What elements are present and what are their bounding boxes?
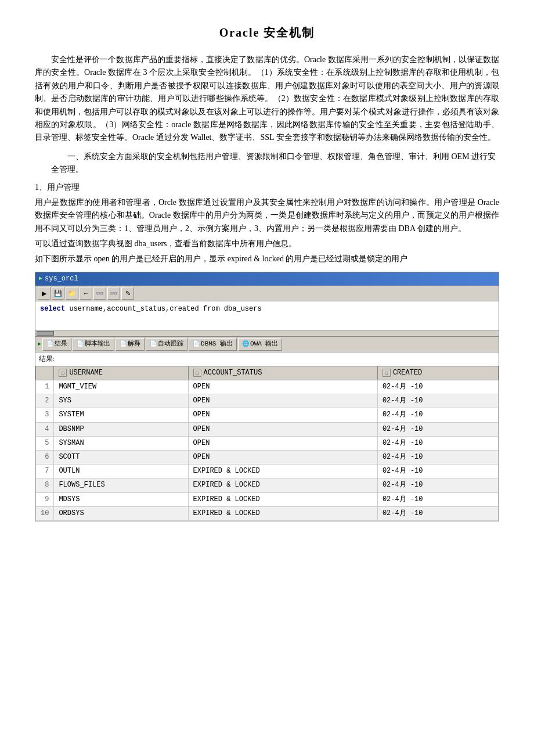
row-num: 1 — [36, 380, 54, 394]
row-username: ORDSYS — [54, 506, 188, 520]
row-status: EXPIRED & LOCKED — [188, 506, 377, 520]
tab-result-label: 结果 — [55, 339, 67, 350]
scroll-area — [35, 330, 499, 336]
result-label: 结果: — [35, 352, 499, 366]
row-num: 7 — [36, 465, 54, 478]
table-row: 7 OUTLN EXPIRED & LOCKED 02-4月 -10 — [36, 465, 499, 478]
tab-script-output[interactable]: 📄 脚本输出 — [73, 338, 114, 351]
tab-autotrace-label: 自动跟踪 — [158, 339, 183, 350]
row-num: 3 — [36, 408, 54, 422]
row-created: 02-4月 -10 — [377, 394, 498, 408]
explain-tab-icon: 📄 — [120, 340, 127, 349]
script-tab-icon: 📄 — [77, 340, 84, 349]
table-row: 8 FLOWS_FILES EXPIRED & LOCKED 02-4月 -10 — [36, 478, 499, 492]
row-num: 6 — [36, 450, 54, 464]
row-username: FLOWS_FILES — [54, 478, 188, 492]
table-row: 5 SYSMAN OPEN 02-4月 -10 — [36, 436, 499, 450]
sql-keyword: select username,account_status,created f… — [40, 305, 262, 313]
run-icon: ▶ — [38, 340, 41, 349]
sql-titlebar-arrow-icon: ▶ — [39, 274, 42, 283]
table-row: 10 ORDSYS EXPIRED & LOCKED 02-4月 -10 — [36, 506, 499, 520]
username-header-label: USERNAME — [69, 368, 103, 379]
sql-rest: username,account_status,created from dba… — [65, 305, 261, 313]
page-title: Oracle 安全机制 — [35, 23, 499, 42]
table-row: 4 DBSNMP OPEN 02-4月 -10 — [36, 422, 499, 436]
table-row: 2 SYS OPEN 02-4月 -10 — [36, 394, 499, 408]
scroll-thumb[interactable] — [37, 331, 54, 336]
row-created: 02-4月 -10 — [377, 422, 498, 436]
tab-explain-label: 解释 — [128, 339, 140, 350]
table-row: 6 SCOTT OPEN 02-4月 -10 — [36, 450, 499, 464]
db-button[interactable]: 👓 — [93, 287, 106, 300]
row-num: 2 — [36, 394, 54, 408]
run-button[interactable]: ▶ — [38, 287, 50, 300]
row-status: OPEN — [188, 450, 377, 464]
table-row: 9 MDSYS EXPIRED & LOCKED 02-4月 -10 — [36, 492, 499, 506]
pencil-button[interactable]: ✎ — [121, 287, 134, 300]
list-item-security: 一、系统安全方面采取的安全机制包括用户管理、资源限制和口令管理、权限管理、角色管… — [51, 150, 499, 177]
row-num: 8 — [36, 478, 54, 492]
tab-explain[interactable]: 📄 解释 — [116, 338, 145, 351]
select-keyword: select — [40, 305, 65, 313]
table-row: 1 MGMT_VIEW OPEN 02-4月 -10 — [36, 380, 499, 394]
row-created: 02-4月 -10 — [377, 506, 498, 520]
section1-p2: 可以通过查询数据字典视图 dba_users，查看当前数据库中所有用户信息。 — [35, 237, 499, 250]
owa-tab-icon: 🌐 — [242, 340, 249, 349]
row-status: OPEN — [188, 380, 377, 394]
section1-p3: 如下图所示显示 open 的用户是已经开启的用户，显示 expired & lo… — [35, 253, 499, 265]
back-button[interactable]: ← — [80, 287, 92, 300]
sql-titlebar: ▶ sys_orcl — [35, 272, 499, 286]
col-username-header: ☐ USERNAME — [54, 366, 188, 380]
row-created: 02-4月 -10 — [377, 478, 498, 492]
sql-toolbar: ▶ 💾 📁 ← 👓 👓 ✎ — [35, 286, 499, 301]
dbms-tab-icon: 📄 — [193, 340, 200, 349]
created-header-label: CREATED — [393, 368, 422, 379]
row-username: MDSYS — [54, 492, 188, 506]
tab-result[interactable]: 📄 结果 — [42, 338, 71, 351]
result-tab-icon: 📄 — [46, 340, 53, 349]
row-status: OPEN — [188, 436, 377, 450]
col-num-header — [36, 366, 54, 380]
row-created: 02-4月 -10 — [377, 465, 498, 478]
save-button[interactable]: 💾 — [52, 287, 64, 300]
tab-owa-label: OWA 输出 — [250, 339, 278, 350]
row-status: OPEN — [188, 394, 377, 408]
status-header-label: ACCOUNT_STATUS — [204, 368, 262, 379]
row-status: OPEN — [188, 422, 377, 436]
row-username: SYSMAN — [54, 436, 188, 450]
open-button[interactable]: 📁 — [66, 287, 78, 300]
row-status: EXPIRED & LOCKED — [188, 478, 377, 492]
intro-paragraph: 安全性是评价一个数据库产品的重要指标，直接决定了数据库的优劣。Oracle 数据… — [35, 53, 499, 145]
row-created: 02-4月 -10 — [377, 492, 498, 506]
col-status-header: ☐ ACCOUNT_STATUS — [188, 366, 377, 380]
row-num: 9 — [36, 492, 54, 506]
status-col-icon: ☐ — [193, 369, 201, 377]
table-row: 3 SYSTEM OPEN 02-4月 -10 — [36, 408, 499, 422]
section1-heading: 1、用户管理 — [35, 181, 499, 194]
row-status: EXPIRED & LOCKED — [188, 492, 377, 506]
row-username: SYS — [54, 394, 188, 408]
row-num: 10 — [36, 506, 54, 520]
row-num: 4 — [36, 422, 54, 436]
result-table: ☐ USERNAME ☐ ACCOUNT_STATUS ☐ CREATED — [35, 366, 499, 521]
row-status: OPEN — [188, 408, 377, 422]
row-status: EXPIRED & LOCKED — [188, 465, 377, 478]
row-username: SCOTT — [54, 450, 188, 464]
row-username: SYSTEM — [54, 408, 188, 422]
row-created: 02-4月 -10 — [377, 380, 498, 394]
tab-autotrace[interactable]: 📄 自动跟踪 — [146, 338, 187, 351]
tab-dbms-label: DBMS 输出 — [201, 339, 233, 350]
tab-dbms[interactable]: 📄 DBMS 输出 — [189, 338, 237, 351]
tab-owa[interactable]: 🌐 OWA 输出 — [238, 338, 282, 351]
section1-p1: 用户是数据库的使用者和管理者，Orcle 数据库通过设置用户及其安全属性来控制用… — [35, 196, 499, 235]
sql-editor[interactable]: select username,account_status,created f… — [35, 301, 499, 330]
row-created: 02-4月 -10 — [377, 450, 498, 464]
row-username: DBSNMP — [54, 422, 188, 436]
row-created: 02-4月 -10 — [377, 408, 498, 422]
sql-titlebar-text: sys_orcl — [45, 273, 78, 285]
db2-button[interactable]: 👓 — [107, 287, 120, 300]
row-num: 5 — [36, 436, 54, 450]
row-username: MGMT_VIEW — [54, 380, 188, 394]
autotrace-tab-icon: 📄 — [150, 340, 157, 349]
row-username: OUTLN — [54, 465, 188, 478]
